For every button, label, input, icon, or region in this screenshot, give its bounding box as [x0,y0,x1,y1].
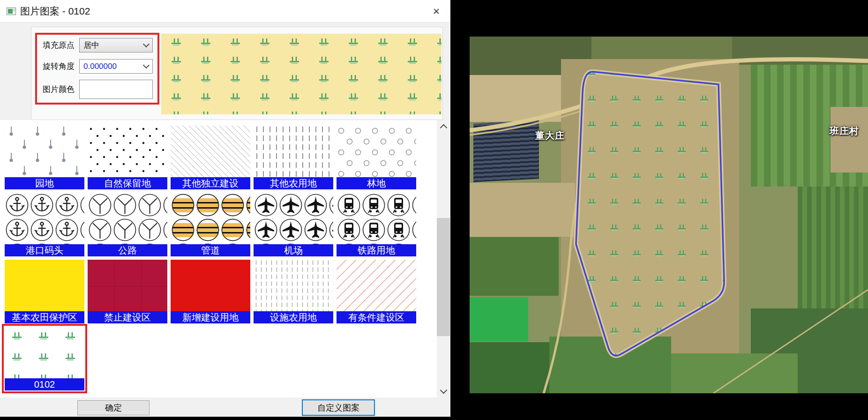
scrollbar-track[interactable] [437,120,450,398]
scroll-down-button[interactable] [437,385,450,398]
swatch-pattern-solid-crimson [88,260,167,311]
swatch-label: 有条件建设区 [337,311,416,323]
pattern-dialog: 图片图案 - 0102 ✕ 填充原点 居中 旋转角度 0.000000 图片颜色… [0,0,450,417]
swatch-label: 公路 [88,244,167,256]
chevron-up-icon [440,124,447,131]
swatch-其他独立建设[interactable]: 其他独立建设 [171,126,250,189]
swatch-pattern-diag-red [337,260,416,311]
swatch-label: 禁止建设区 [88,311,167,323]
image-color-label: 图片颜色 [43,82,75,97]
rotation-angle-select[interactable]: 0.000000 [79,59,153,74]
selected-parcel-polygon [470,37,868,393]
swatch-pattern-rings [337,126,416,177]
swatch-铁路用地[interactable]: 铁路用地 [337,193,416,256]
fill-origin-label: 填充原点 [43,38,75,52]
swatch-label: 其他独立建设 [171,177,250,189]
dialog-titlebar: 图片图案 - 0102 ✕ [0,0,450,22]
chevron-down-icon [440,386,447,394]
close-icon[interactable]: ✕ [429,4,444,19]
swatch-禁止建设区[interactable]: 禁止建设区 [88,260,167,323]
page-title: 图片图案 - 0102 [20,5,90,18]
image-color-input[interactable] [79,80,153,99]
swatch-有条件建设区[interactable]: 有条件建设区 [337,260,416,323]
scrollbar-thumb[interactable] [437,218,450,336]
map-panel: 董大庄 班庄村 [450,0,868,420]
satellite-map-canvas[interactable]: 董大庄 班庄村 [470,37,868,393]
swatch-pattern-solid-red [171,260,250,311]
scroll-up-button[interactable] [437,120,450,132]
swatch-label: 新增建设用地 [171,311,250,323]
swatch-其他农用地[interactable]: 其他农用地 [254,126,333,189]
ok-button[interactable]: 确定 [77,400,150,415]
custom-pattern-button[interactable]: 自定义图案 [302,399,375,416]
swatch-新增建设用地[interactable]: 新增建设用地 [171,260,250,323]
chevron-down-icon [143,62,150,68]
swatch-pattern-spokes [88,193,167,244]
swatch-pattern-dots [88,126,167,177]
swatch-label: 港口码头 [5,244,84,256]
swatch-pattern-paddy [5,327,84,378]
fill-origin-value: 居中 [83,40,99,51]
swatch-label: 自然保留地 [88,177,167,189]
swatch-label: 0102 [5,378,84,390]
chevron-down-icon [143,41,150,47]
swatch-自然保留地[interactable]: 自然保留地 [88,126,167,189]
swatch-设施农用地[interactable]: 设施农用地 [254,260,333,323]
pattern-list: 园地自然保留地其他独立建设其他农用地林地港口码头公路管道机场铁路用地基本农田保护… [0,120,437,398]
fill-origin-select[interactable]: 居中 [79,38,153,52]
swatch-pattern-train [337,193,416,244]
swatch-label: 林地 [337,177,416,189]
swatch-pattern-pins [5,126,84,177]
swatch-管道[interactable]: 管道 [171,193,250,256]
swatch-label: 铁路用地 [337,244,416,256]
swatch-公路[interactable]: 公路 [88,193,167,256]
image-pattern-icon [6,6,16,16]
map-label-village: 班庄村 [830,125,859,137]
swatch-pattern-anchor [5,193,84,244]
swatch-基本农田保护区[interactable]: 基本农田保护区 [5,260,84,323]
rotation-angle-value: 0.000000 [83,62,117,71]
swatch-港口码头[interactable]: 港口码头 [5,193,84,256]
swatch-机场[interactable]: 机场 [254,193,333,256]
fill-settings-groupbox: 填充原点 居中 旋转角度 0.000000 图片颜色 [31,27,443,120]
pattern-preview [161,34,441,114]
swatch-label: 设施农用地 [254,311,333,323]
swatch-label: 基本农田保护区 [5,311,84,323]
swatch-pattern-vdash-dense [254,260,333,311]
swatch-pattern-plane [254,193,333,244]
swatch-grid: 园地自然保留地其他独立建设其他农用地林地港口码头公路管道机场铁路用地基本农田保护… [5,126,416,390]
swatch-label: 其他农用地 [254,177,333,189]
swatch-label: 管道 [171,244,250,256]
swatch-pattern-vdash [254,126,333,177]
swatch-label: 机场 [254,244,333,256]
swatch-pattern-diag-gray [171,126,250,177]
swatch-林地[interactable]: 林地 [337,126,416,189]
swatch-园地[interactable]: 园地 [5,126,84,189]
swatch-label: 园地 [5,177,84,189]
swatch-pattern-pipe [171,193,250,244]
swatch-pattern-solid-yellow [5,260,84,311]
map-label-village: 董大庄 [535,129,565,142]
rotation-angle-label: 旋转角度 [43,59,75,74]
swatch-0102[interactable]: 0102 [5,327,84,390]
